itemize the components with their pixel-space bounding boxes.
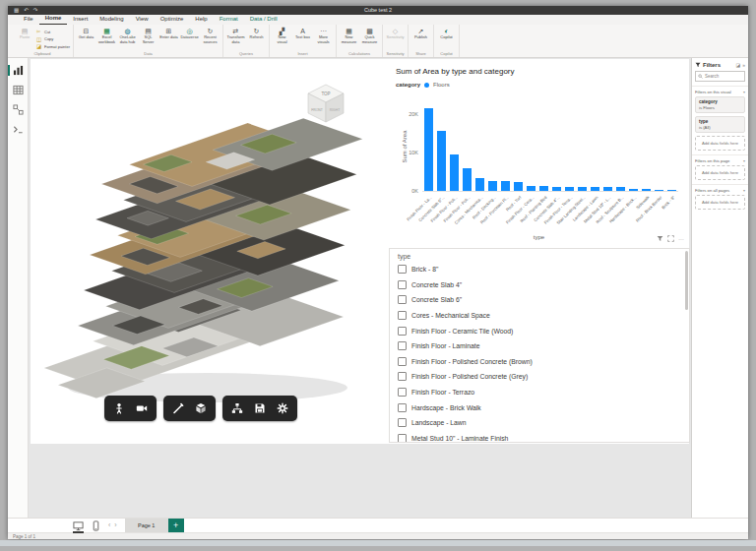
dax-query-view-button[interactable] — [13, 124, 24, 135]
button-publish[interactable]: ↗Publish — [411, 27, 430, 40]
person-icon[interactable] — [113, 402, 125, 414]
bar-roof-planting-bed[interactable] — [539, 186, 548, 191]
button-refresh[interactable]: ↻Refresh — [247, 27, 266, 40]
bar-concrete-slab-4[interactable] — [552, 187, 561, 191]
slicer-item[interactable]: Concrete Slab 6" — [390, 292, 689, 308]
button-cut[interactable]: ✂Cut — [36, 29, 70, 34]
collapse-pane-icon[interactable]: » — [742, 62, 745, 68]
checkbox[interactable] — [398, 418, 407, 427]
slicer-item[interactable]: Metal Stud 10" - Laminate Finish — [390, 431, 689, 443]
tab-insert[interactable]: Insert — [67, 15, 94, 25]
redo-icon[interactable]: ↷ — [33, 6, 38, 15]
button-get-data[interactable]: ⊟Get data — [77, 27, 95, 40]
tab-view[interactable]: View — [130, 15, 155, 25]
filter-funnel-icon[interactable] — [657, 235, 663, 242]
checkbox[interactable] — [398, 265, 407, 274]
bar-stair-landing-steel[interactable] — [578, 187, 587, 191]
hierarchy-icon[interactable] — [231, 402, 243, 414]
model-view-button[interactable] — [13, 104, 24, 115]
app-grid-icon[interactable]: ▦ — [14, 6, 19, 15]
button-onelake-data-hub[interactable]: ◍OneLake data hub — [118, 27, 137, 44]
add-data-fields-dropzone[interactable]: Add data fields here — [695, 136, 745, 151]
visual-bar-chart[interactable]: Sum of Area by type and category categor… — [389, 59, 689, 246]
checkbox[interactable] — [398, 311, 407, 320]
bar-roof-turf[interactable] — [514, 182, 523, 191]
bar-hardscape-brick[interactable] — [629, 189, 638, 191]
add-data-fields-dropzone[interactable]: Add data fields here — [695, 195, 745, 210]
gear-icon[interactable] — [277, 402, 288, 414]
page-tab[interactable]: Page 1 — [125, 519, 168, 532]
view-cube[interactable]: TOP FRONT RIGHT — [308, 85, 344, 122]
bar-roof-sculpture-b[interactable] — [616, 187, 625, 191]
tab-help[interactable]: Help — [189, 15, 213, 25]
button-transform-data[interactable]: ⇄Transform data — [226, 27, 245, 44]
button-dataverse[interactable]: ◎Dataverse — [180, 27, 199, 40]
viewcube-top-face[interactable]: TOP — [321, 92, 330, 96]
slicer-item[interactable]: Brick - 8" — [390, 262, 689, 277]
save-icon[interactable] — [254, 402, 266, 414]
checkbox[interactable] — [398, 357, 407, 366]
tab-modeling[interactable]: Modeling — [94, 15, 129, 25]
filter-card-category[interactable]: categoryis Floors — [695, 96, 745, 113]
slicer-item[interactable]: Finish Floor - Laminate — [390, 338, 689, 354]
slicer-scrollbar[interactable] — [685, 251, 688, 310]
button-excel-workbook[interactable]: ▦Excel workbook — [97, 27, 116, 44]
bar-cores-mechanica[interactable] — [475, 178, 484, 191]
bar-finish-floor-la[interactable] — [424, 108, 433, 191]
viewcube-right-face[interactable]: RIGHT — [330, 108, 341, 112]
building-3d-model[interactable]: TOP FRONT RIGHT — [31, 63, 387, 440]
bar-finish-floor-poli[interactable] — [463, 168, 472, 191]
button-new-visual[interactable]: ▞New visual — [273, 27, 291, 44]
bar-finish-floor-cera[interactable] — [527, 186, 536, 191]
eraser-icon[interactable]: ◪ — [735, 62, 740, 68]
report-view-button[interactable] — [13, 65, 24, 76]
slicer-item[interactable]: Finish Floor - Polished Concrete (Grey) — [390, 369, 689, 385]
button-sql-server[interactable]: ▤SQL Server — [139, 27, 158, 44]
checkbox[interactable] — [398, 327, 407, 336]
focus-mode-icon[interactable] — [667, 235, 674, 242]
slicer-item[interactable]: Landscape - Lawn — [390, 415, 689, 431]
checkbox[interactable] — [398, 372, 407, 381]
undo-icon[interactable]: ↶ — [24, 6, 29, 15]
bar-roof-porcelain-fl[interactable] — [501, 181, 510, 191]
tab-format[interactable]: Format — [214, 15, 244, 25]
add-page-button[interactable]: + — [168, 519, 184, 532]
tab-data-drill[interactable]: Data / Drill — [244, 15, 284, 25]
legend-item-label[interactable]: Floors — [433, 82, 450, 88]
checkbox[interactable] — [398, 434, 407, 443]
next-page-icon[interactable]: › — [114, 519, 116, 532]
button-copilot[interactable]: ◐Copilot — [437, 27, 456, 40]
bar-sidewalk[interactable] — [642, 189, 651, 191]
visual-type-slicer[interactable]: type Brick - 8"Concrete Slab 4"Concrete … — [389, 248, 690, 443]
bar-roof-decking[interactable] — [488, 181, 497, 191]
measure-icon[interactable] — [172, 402, 184, 414]
bar-concrete-slab-6[interactable] — [437, 131, 446, 191]
viewcube-front-face[interactable]: FRONT — [311, 108, 323, 112]
checkbox[interactable] — [398, 388, 407, 397]
previous-page-icon[interactable]: ‹ — [108, 519, 110, 532]
filter-card-type[interactable]: typeis (All) — [695, 116, 745, 133]
bar-finish-floor-terra[interactable] — [565, 187, 574, 191]
button-copy[interactable]: ◫Copy — [36, 36, 70, 42]
checkbox[interactable] — [398, 341, 407, 350]
filters-search-input[interactable]: Search — [695, 71, 745, 82]
slicer-item[interactable]: Concrete Slab 4" — [390, 277, 689, 293]
bar-landscape-lawn[interactable] — [591, 187, 599, 191]
button-more-visuals[interactable]: ⋯More visuals — [314, 27, 333, 44]
tab-optimize[interactable]: Optimize — [155, 15, 190, 25]
bar-brick-8[interactable] — [667, 190, 676, 191]
camera-icon[interactable] — [136, 402, 148, 414]
cube-icon[interactable] — [195, 402, 207, 414]
button-text-box[interactable]: AText box — [293, 27, 312, 40]
slicer-item[interactable]: Finish Floor - Polished Concrete (Brown) — [390, 354, 689, 370]
more-options-icon[interactable]: … — [678, 235, 684, 242]
bar-finish-floor-poli[interactable] — [450, 154, 459, 191]
checkbox[interactable] — [398, 295, 407, 304]
chevron-down-icon[interactable]: ▾ — [743, 158, 745, 163]
chevron-down-icon[interactable]: ▾ — [743, 90, 745, 94]
checkbox[interactable] — [398, 280, 407, 289]
slicer-item[interactable]: Hardscape - Brick Walk — [390, 399, 689, 415]
bar-metal-stud-10-l[interactable] — [603, 187, 612, 191]
tab-file[interactable]: File — [18, 15, 39, 25]
button-recent-sources[interactable]: ↻Recent sources — [201, 27, 220, 44]
